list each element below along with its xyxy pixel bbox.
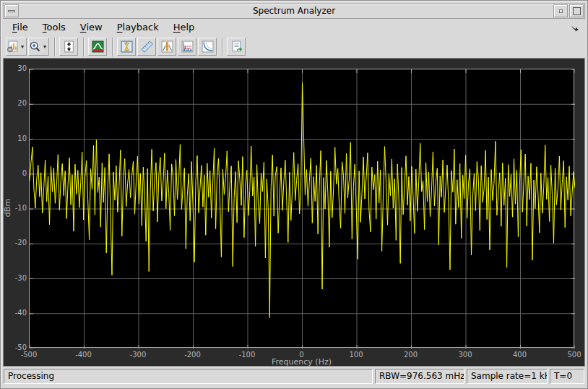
cursor-measurements-icon bbox=[121, 40, 133, 53]
figure-area: dBm 3020100-10-20-30-40-50 -500-400-300-… bbox=[3, 58, 585, 367]
y-tick-label: 10 bbox=[5, 134, 27, 142]
peak-finder-button[interactable] bbox=[157, 38, 176, 56]
toolbar-separator bbox=[83, 38, 85, 56]
menubar: FileToolsViewPlaybackHelp bbox=[3, 19, 585, 35]
toolbar-separator bbox=[222, 38, 223, 56]
menu-tools[interactable]: Tools bbox=[38, 20, 71, 34]
menu-overflow-arrow-icon[interactable] bbox=[570, 22, 579, 35]
generate-script-icon bbox=[230, 40, 243, 53]
status-message: Processing bbox=[4, 369, 373, 384]
menu-view[interactable]: View bbox=[75, 20, 108, 34]
ccdf-measurements-icon bbox=[202, 40, 214, 53]
menu-playback[interactable]: Playback bbox=[112, 20, 164, 34]
spectrum-settings-icon bbox=[7, 40, 19, 53]
dropdown-caret-icon[interactable]: ▾ bbox=[41, 38, 48, 55]
titlebar[interactable]: Spectrum Analyzer bbox=[3, 3, 585, 19]
spectrum-plot-svg bbox=[30, 69, 575, 349]
autoscale-y-button[interactable] bbox=[59, 38, 78, 56]
time-indicator: T=0 bbox=[550, 369, 584, 384]
plot-area[interactable] bbox=[29, 69, 574, 348]
y-tick-label: 0 bbox=[5, 169, 27, 177]
generate-script-button[interactable] bbox=[227, 38, 246, 56]
signal-statistics-button[interactable] bbox=[137, 38, 156, 56]
autoscale-y-icon bbox=[63, 40, 75, 53]
ccdf-measurements-button[interactable] bbox=[198, 38, 217, 56]
spectrum-analyzer-window: Spectrum Analyzer FileToolsViewPlaybackH… bbox=[0, 0, 588, 389]
y-tick-label: -20 bbox=[5, 239, 27, 247]
peak-finder-icon bbox=[161, 40, 173, 53]
toolbar-separator bbox=[112, 38, 113, 56]
y-tick-label: -30 bbox=[5, 274, 27, 282]
toolbar: ▾ ▾ bbox=[3, 35, 585, 58]
distortion-measurements-icon bbox=[181, 40, 194, 53]
y-tick-label: 30 bbox=[5, 64, 27, 72]
y-tick-label: 20 bbox=[5, 99, 27, 107]
zoom-in-button[interactable]: ▾ bbox=[28, 38, 49, 56]
zoom-in-icon bbox=[29, 40, 41, 53]
sample-rate-indicator: Sample rate=1 kHz bbox=[467, 369, 548, 384]
distortion-measurements-button[interactable] bbox=[178, 38, 196, 56]
spectrum-settings-button[interactable]: ▾ bbox=[6, 38, 27, 56]
rbw-indicator: RBW=976.563 mHz bbox=[375, 369, 464, 384]
cursor-measurements-button[interactable] bbox=[117, 38, 136, 56]
menu-help[interactable]: Help bbox=[168, 20, 200, 34]
x-axis-label: Frequency (Hz) bbox=[29, 357, 574, 367]
signal-statistics-icon bbox=[141, 40, 153, 53]
y-tick-label: -10 bbox=[5, 204, 27, 212]
menu-file[interactable]: File bbox=[7, 20, 33, 34]
dropdown-caret-icon[interactable]: ▾ bbox=[19, 38, 26, 55]
statusbar: Processing RBW=976.563 mHz Sample rate=1… bbox=[3, 367, 585, 386]
window-title: Spectrum Analyzer bbox=[4, 6, 584, 16]
spectrum-view-icon bbox=[92, 40, 104, 53]
spectrum-view-button[interactable] bbox=[88, 38, 107, 56]
toolbar-separator bbox=[54, 38, 56, 56]
y-tick-label: -40 bbox=[5, 309, 27, 317]
